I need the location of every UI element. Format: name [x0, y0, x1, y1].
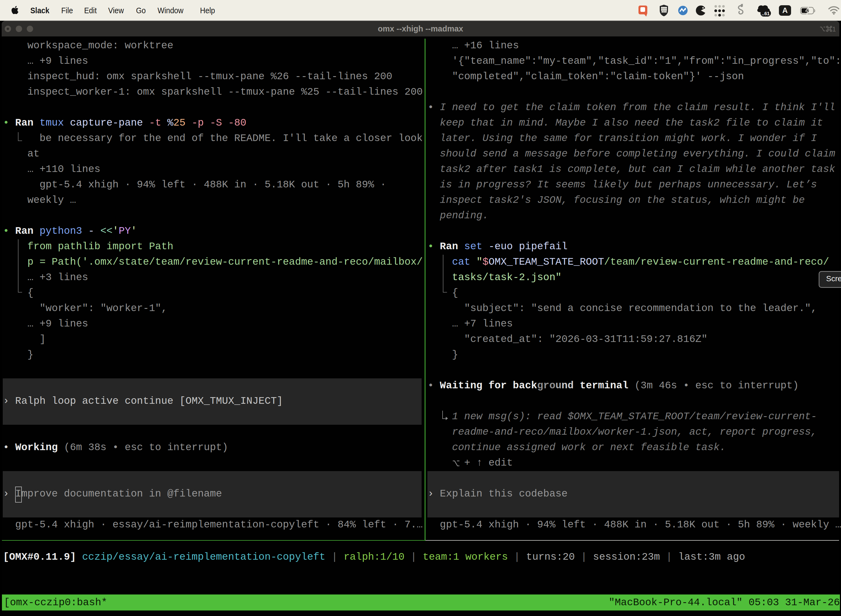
svg-text:A: A: [782, 6, 788, 15]
svg-text:1: 1: [832, 26, 836, 33]
svg-text:..61: ..61: [762, 11, 769, 16]
